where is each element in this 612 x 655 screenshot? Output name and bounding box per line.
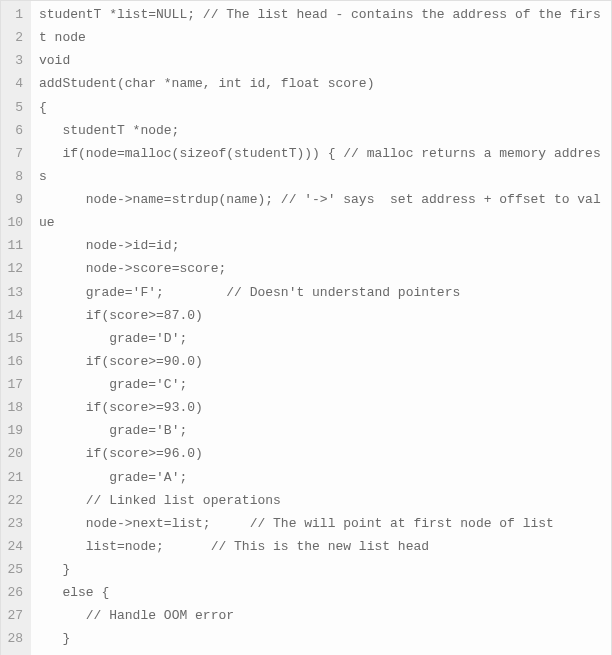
line-number: 1 — [5, 3, 23, 26]
line-number: 11 — [5, 234, 23, 257]
line-number: 24 — [5, 535, 23, 558]
code-line: list=node; // This is the new list head — [39, 535, 607, 558]
line-number: 27 — [5, 604, 23, 627]
line-number: 25 — [5, 558, 23, 581]
code-line: studentT *node; — [39, 119, 607, 142]
line-number: 3 — [5, 49, 23, 72]
line-number: 7 — [5, 142, 23, 165]
code-line: if(score>=87.0) — [39, 304, 607, 327]
code-line: // Handle OOM error — [39, 604, 607, 627]
line-number: 6 — [5, 119, 23, 142]
code-line: // Linked list operations — [39, 489, 607, 512]
code-line: { — [39, 96, 607, 119]
code-line: if(score>=96.0) — [39, 442, 607, 465]
code-line: node->next=list; // The will point at fi… — [39, 512, 607, 535]
line-number: 23 — [5, 512, 23, 535]
line-number: 2 — [5, 26, 23, 49]
line-number: 5 — [5, 96, 23, 119]
code-line: grade='A'; — [39, 466, 607, 489]
line-number: 17 — [5, 373, 23, 396]
code-line: studentT *list=NULL; // The list head - … — [39, 3, 607, 49]
line-number: 26 — [5, 581, 23, 604]
code-line: grade='F'; // Doesn't understand pointer… — [39, 281, 607, 304]
code-line: addStudent(char *name, int id, float sco… — [39, 72, 607, 95]
code-line: } — [39, 651, 607, 656]
line-number: 15 — [5, 327, 23, 350]
line-number: 19 — [5, 419, 23, 442]
line-number: 28 — [5, 627, 23, 650]
line-number: 21 — [5, 466, 23, 489]
line-number: 18 — [5, 396, 23, 419]
line-number: 12 — [5, 257, 23, 280]
line-number: 8 — [5, 165, 23, 188]
line-number: 20 — [5, 442, 23, 465]
code-content[interactable]: studentT *list=NULL; // The list head - … — [31, 1, 611, 655]
line-number: 10 — [5, 211, 23, 234]
code-line: grade='C'; — [39, 373, 607, 396]
code-line: } — [39, 558, 607, 581]
code-line: grade='B'; — [39, 419, 607, 442]
code-line: if(score>=93.0) — [39, 396, 607, 419]
line-number: 22 — [5, 489, 23, 512]
code-line: node->score=score; — [39, 257, 607, 280]
line-number: 13 — [5, 281, 23, 304]
code-line: } — [39, 627, 607, 650]
line-number: 9 — [5, 188, 23, 211]
code-line: grade='D'; — [39, 327, 607, 350]
code-line: if(node=malloc(sizeof(studentT))) { // m… — [39, 142, 607, 188]
line-number-gutter: 1234567891011121314151617181920212223242… — [1, 1, 31, 655]
code-line: else { — [39, 581, 607, 604]
line-number: 4 — [5, 72, 23, 95]
code-line: if(score>=90.0) — [39, 350, 607, 373]
line-number: 16 — [5, 350, 23, 373]
line-number: 14 — [5, 304, 23, 327]
code-line: node->name=strdup(name); // '->' says se… — [39, 188, 607, 234]
code-line: void — [39, 49, 607, 72]
code-editor: 1234567891011121314151617181920212223242… — [0, 0, 612, 655]
code-line: node->id=id; — [39, 234, 607, 257]
